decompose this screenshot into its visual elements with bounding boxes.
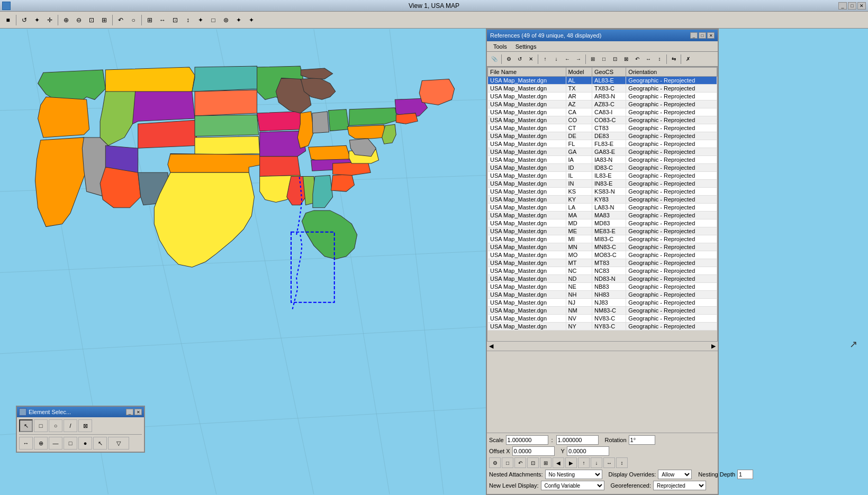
new-level-select[interactable]: Config Variable Hide Show	[541, 481, 604, 490]
tb-config1[interactable]: □	[207, 14, 219, 26]
tb-select[interactable]: ■	[2, 14, 14, 26]
scroll-left-btn[interactable]: ◀	[489, 343, 493, 350]
es-tool-dropdown[interactable]: ▽	[108, 437, 129, 450]
ref-tb-move-right[interactable]: →	[573, 54, 584, 65]
table-row[interactable]: USA Map_Master.dgnDEDE83Geographic - Rep…	[488, 132, 717, 140]
table-row[interactable]: USA Map_Master.dgnGAGA83-EGeographic - R…	[488, 148, 717, 156]
ref-tb-scale[interactable]: ↔	[643, 54, 654, 65]
table-row[interactable]: USA Map_Master.dgnKYKY83Geographic - Rep…	[488, 196, 717, 204]
ref-tb-mirror[interactable]: ↕	[654, 54, 665, 65]
nesting-depth-input[interactable]	[737, 470, 753, 479]
tb-circle[interactable]: ○	[128, 14, 139, 26]
ref-minimize-button[interactable]: _	[690, 32, 698, 39]
rotation-input[interactable]	[629, 435, 655, 445]
rt2-btn8[interactable]: ↑	[578, 457, 590, 468]
table-row[interactable]: USA Map_Master.dgnLALA83-NGeographic - R…	[488, 204, 717, 212]
table-row[interactable]: USA Map_Master.dgnNYNY83-CGeographic - R…	[488, 323, 717, 331]
rt2-btn1[interactable]: ⚙	[489, 457, 501, 468]
table-row[interactable]: USA Map_Master.dgnIAIA83-NGeographic - R…	[488, 156, 717, 164]
table-row[interactable]: USA Map_Master.dgnALAL83-EGeographic - R…	[488, 77, 717, 85]
table-row[interactable]: USA Map_Master.dgnCACA83-IGeographic - R…	[488, 108, 717, 116]
table-row[interactable]: USA Map_Master.dgnNMNM83-CGeographic - R…	[488, 307, 717, 315]
col-model[interactable]: Model	[566, 68, 592, 77]
table-row[interactable]: USA Map_Master.dgnNENB83Geographic - Rep…	[488, 283, 717, 291]
rt2-btn10[interactable]: ↔	[603, 457, 615, 468]
rt2-btn4[interactable]: ⊡	[527, 457, 539, 468]
es-minimize[interactable]: _	[126, 409, 133, 415]
scale-x-input[interactable]	[506, 435, 548, 445]
rt2-btn2[interactable]: □	[502, 457, 513, 468]
ref-tb-clip2[interactable]: ⊡	[610, 54, 620, 65]
table-row[interactable]: USA Map_Master.dgnKSKS83-NGeographic - R…	[488, 188, 717, 196]
table-row[interactable]: USA Map_Master.dgnNJNJ83Geographic - Rep…	[488, 299, 717, 307]
col-filename[interactable]: File Name	[488, 68, 566, 77]
ref-tb-reload[interactable]: ↺	[514, 54, 525, 65]
ref-tb-move-down[interactable]: ↓	[551, 54, 562, 65]
ref-restore-button[interactable]: □	[699, 32, 706, 39]
rt2-btn3[interactable]: ↶	[514, 457, 526, 468]
table-row[interactable]: USA Map_Master.dgnCTCT83Geographic - Rep…	[488, 124, 717, 132]
table-row[interactable]: USA Map_Master.dgnTXTX83-CGeographic - R…	[488, 85, 717, 93]
tb-clip[interactable]: ⊡	[169, 14, 181, 26]
es-tool-select2[interactable]: ↖	[93, 437, 107, 450]
table-row[interactable]: USA Map_Master.dgnFLFL83-EGeographic - R…	[488, 140, 717, 148]
nested-att-select[interactable]: No Nesting Live Nesting Copy Attachments	[545, 470, 602, 479]
table-row[interactable]: USA Map_Master.dgnMTMT83Geographic - Rep…	[488, 259, 717, 267]
tb-grid[interactable]: ⊞	[144, 14, 156, 26]
tb-zoom-window[interactable]: ⊡	[86, 14, 97, 26]
tb-config2[interactable]: ⊛	[220, 14, 232, 26]
table-row[interactable]: USA Map_Master.dgnNDND83-NGeographic - R…	[488, 275, 717, 283]
rt2-btn6[interactable]: ◀	[553, 457, 564, 468]
menu-tools[interactable]: Tools	[489, 42, 511, 51]
ref-tb-clip3[interactable]: ⊠	[621, 54, 631, 65]
tb-pan[interactable]: ✛	[44, 14, 56, 26]
ref-tb-delete[interactable]: ✕	[526, 54, 536, 65]
table-row[interactable]: USA Map_Master.dgnILIL83-EGeographic - R…	[488, 172, 717, 180]
es-tool-circle[interactable]: ○	[49, 419, 62, 432]
ref-tb-close[interactable]: ✗	[683, 54, 693, 65]
table-row[interactable]: USA Map_Master.dgnCOCO83-CGeographic - R…	[488, 116, 717, 124]
table-row[interactable]: USA Map_Master.dgnNVNV83-CGeographic - R…	[488, 315, 717, 323]
es-tool-line[interactable]: /	[64, 419, 77, 432]
table-row[interactable]: USA Map_Master.dgnARAR83-NGeographic - R…	[488, 93, 717, 100]
scale-y-input[interactable]	[556, 435, 599, 445]
close-button[interactable]: ✕	[857, 2, 866, 10]
table-row[interactable]: USA Map_Master.dgnMEME83-EGeographic - R…	[488, 227, 717, 235]
maximize-button[interactable]: □	[848, 2, 856, 10]
ref-tb-move-up[interactable]: ↑	[540, 54, 550, 65]
ref-tb-settings[interactable]: ⚙	[503, 54, 514, 65]
offset-x-input[interactable]	[512, 446, 555, 456]
es-tool-dot[interactable]: ●	[78, 437, 92, 450]
table-row[interactable]: USA Map_Master.dgnMDMD83Geographic - Rep…	[488, 219, 717, 227]
es-tool-hline[interactable]: —	[49, 437, 62, 450]
es-tool-cross[interactable]: ⊠	[78, 419, 92, 432]
tb-zoom-in[interactable]: ⊕	[60, 14, 72, 26]
ref-tb-move-left[interactable]: ←	[562, 54, 573, 65]
es-close[interactable]: ✕	[134, 409, 142, 415]
table-row[interactable]: USA Map_Master.dgnNCNC83Geographic - Rep…	[488, 267, 717, 275]
tb-cross[interactable]: ✦	[195, 14, 206, 26]
tb-arrow[interactable]: ↔	[157, 14, 168, 26]
table-row[interactable]: USA Map_Master.dgnIDID83-CGeographic - R…	[488, 164, 717, 172]
rt2-btn7[interactable]: ▶	[565, 457, 577, 468]
tb-undo[interactable]: ↺	[19, 14, 30, 26]
ref-tb-exchange[interactable]: ⇆	[668, 54, 679, 65]
tb-attach[interactable]: ✦	[233, 14, 245, 26]
tb-measure[interactable]: ↕	[182, 14, 194, 26]
col-geocs[interactable]: GeoCS	[592, 68, 626, 77]
es-tool-rect[interactable]: □	[34, 419, 48, 432]
scroll-right-btn[interactable]: ▶	[711, 343, 716, 350]
es-tool-pan[interactable]: ↔	[19, 437, 33, 450]
georef-select[interactable]: Reprojected None ACS Data	[653, 481, 706, 490]
rt2-btn9[interactable]: ↓	[591, 457, 602, 468]
menu-settings[interactable]: Settings	[511, 42, 541, 51]
ref-tb-attach[interactable]: 📎	[489, 54, 500, 65]
ref-tb-zoom[interactable]: ⊞	[587, 54, 598, 65]
ref-tb-clip[interactable]: □	[599, 54, 609, 65]
tb-pointer[interactable]: ✦	[31, 14, 43, 26]
tb-rotate[interactable]: ↶	[115, 14, 126, 26]
table-row[interactable]: USA Map_Master.dgnMNMN83-CGeographic - R…	[488, 243, 717, 251]
ref-close-button[interactable]: ✕	[707, 32, 715, 39]
rt2-btn11[interactable]: ↕	[616, 457, 628, 468]
table-row[interactable]: USA Map_Master.dgnMIMI83-CGeographic - R…	[488, 235, 717, 243]
